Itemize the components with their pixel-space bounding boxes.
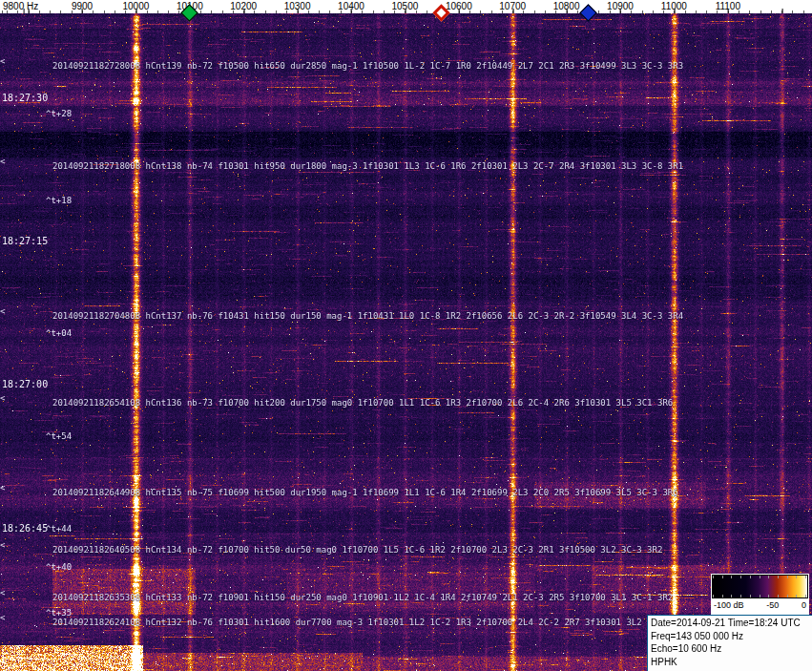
legend-min-db-label: -100 dB [714,600,744,610]
frequency-tick-label: 10600 [446,1,472,11]
frequency-tick-label: 10700 [499,1,526,11]
info-panel: Date=2014-09-21 Time=18:24 UTC Freq=143 … [647,615,812,671]
frequency-tick-label: 10300 [284,1,311,11]
frequency-tick-label: 11100 [716,1,740,11]
frequency-tick-label: 9800 Hz [3,1,38,11]
spectrogram-canvas[interactable] [0,0,812,671]
legend-label-row: -100 dB -50 0 [712,598,808,615]
frequency-tick-label: 9900 [72,1,93,11]
legend-max-db-label: 0 [802,600,806,610]
frequency-tick-label: 10200 [230,1,257,11]
meteor-echo-spectrogram-app: 9800 Hz990010000101001020010300104001050… [0,0,812,671]
frequency-tick-label: 10500 [391,1,418,11]
legend-ticks-bottom [713,595,807,598]
legend-ticks-top [713,576,807,578]
legend-mid-db-label: -50 [766,600,779,610]
info-echo-frequency: Echo=10 600 Hz [651,642,812,656]
info-station-id: HPHK [651,656,812,669]
color-scale-legend: -100 dB -50 0 [711,574,809,616]
frequency-tick-label: 10800 [553,1,580,11]
frequency-tick-label: 11000 [661,1,687,11]
info-frequency: Freq=143 050 000 Hz [651,630,812,643]
frequency-tick-label: 10400 [338,1,364,11]
frequency-tick-label: 10000 [122,1,149,11]
frequency-tick-label: 10900 [607,1,634,11]
frequency-ruler: 9800 Hz990010000101001020010300104001050… [0,0,812,13]
color-scale-gradient-bar [712,575,808,598]
info-date-time: Date=2014-09-21 Time=18:24 UTC [651,617,812,630]
